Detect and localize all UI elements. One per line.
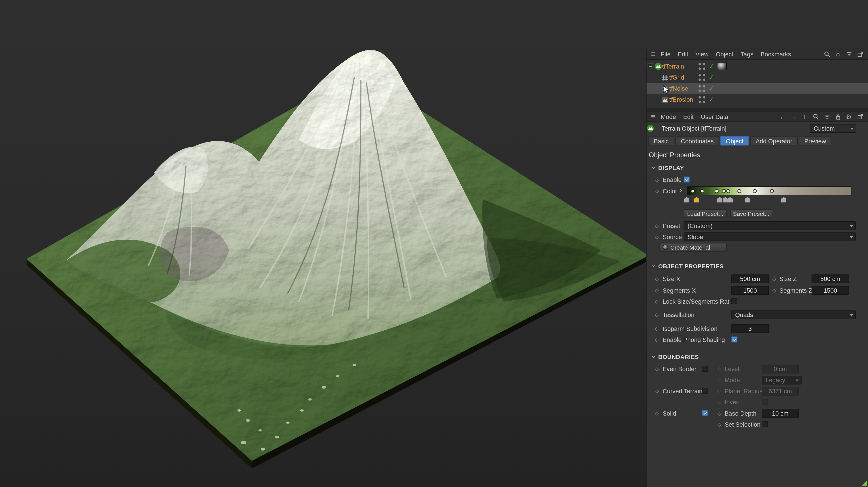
menu-tags[interactable]: Tags [737, 51, 757, 57]
gradient-tag[interactable] [694, 197, 699, 202]
gradient-tag[interactable] [717, 197, 722, 202]
create-material-button[interactable]: Create Material [659, 243, 727, 252]
enabled-check-icon[interactable]: ✓ [709, 72, 714, 83]
source-dropdown[interactable]: Slope [684, 232, 856, 241]
render-dots[interactable] [703, 85, 705, 92]
set-selection-checkbox[interactable] [762, 421, 768, 427]
menu-edit[interactable]: Edit [674, 51, 691, 57]
gradient-knot[interactable] [700, 189, 704, 193]
solid-checkbox[interactable] [702, 410, 708, 416]
load-preset-button[interactable]: Load Preset... [684, 209, 727, 218]
tree-row-tferosion[interactable]: tfErosion ✓ [647, 94, 868, 105]
hamburger-icon[interactable]: ≡ [649, 50, 657, 58]
gradient-tag[interactable] [684, 197, 689, 202]
size-x-field[interactable]: 500 cm [732, 274, 769, 283]
keyframe-diamond-icon[interactable]: ◇ [772, 274, 776, 283]
tree-row-tfterrain[interactable]: − tfTerrain ✓ [647, 61, 868, 72]
keyframe-diamond-icon[interactable]: ◇ [655, 409, 659, 418]
layout-preset-dropdown[interactable]: Custom [810, 124, 857, 133]
tab-object[interactable]: Object [720, 136, 749, 145]
popout-icon[interactable] [857, 51, 864, 58]
filter-icon[interactable] [823, 113, 830, 120]
tab-coordinates[interactable]: Coordinates [675, 136, 719, 145]
visibility-dots[interactable] [698, 85, 701, 92]
base-depth-field[interactable]: 10 cm [762, 409, 799, 418]
tree-row-tfgrid[interactable]: tfGrid ✓ [647, 72, 868, 83]
lock-ratio-checkbox[interactable] [732, 298, 737, 304]
home-icon[interactable]: ⌂ [834, 51, 841, 58]
material-tag-thumbnail[interactable] [717, 62, 727, 70]
tab-preview[interactable]: Preview [799, 136, 831, 145]
collapse-toggle-icon[interactable]: − [648, 64, 653, 69]
menu-view[interactable]: View [692, 51, 712, 57]
gradient-tag[interactable] [728, 197, 733, 202]
gradient-bar[interactable] [687, 187, 851, 195]
gradient-knot[interactable] [738, 189, 742, 193]
object-name[interactable]: tfErosion [669, 94, 693, 105]
search-icon[interactable] [812, 113, 819, 120]
tab-basic[interactable]: Basic [648, 136, 674, 145]
keyframe-diamond-icon[interactable]: ◇ [655, 221, 659, 230]
keyframe-diamond-icon[interactable]: ◇ [655, 324, 659, 333]
keyframe-diamond-icon[interactable]: ◇ [655, 387, 659, 395]
visibility-dots[interactable] [698, 96, 701, 103]
object-name[interactable]: tfNoise [669, 83, 688, 94]
menu-edit[interactable]: Edit [680, 113, 697, 120]
enabled-check-icon[interactable]: ✓ [709, 61, 714, 72]
menu-object[interactable]: Object [712, 51, 737, 57]
render-dots[interactable] [703, 63, 705, 70]
lock-icon[interactable] [834, 113, 841, 120]
popout-icon[interactable] [857, 113, 864, 120]
keyframe-diamond-icon[interactable]: ◇ [717, 420, 721, 429]
gradient-knot[interactable] [753, 189, 757, 193]
even-border-checkbox[interactable] [702, 366, 708, 372]
keyframe-diamond-icon[interactable]: ◇ [772, 286, 776, 295]
render-dots[interactable] [703, 74, 705, 81]
back-arrow-icon[interactable]: ← [779, 113, 786, 120]
render-dots[interactable] [703, 96, 705, 103]
object-name[interactable]: tfGrid [669, 72, 684, 83]
preset-dropdown[interactable]: (Custom) [684, 221, 856, 230]
keyframe-diamond-icon[interactable]: ◇ [717, 409, 721, 418]
menu-bookmarks[interactable]: Bookmarks [757, 51, 794, 57]
keyframe-diamond-icon[interactable]: ◇ [655, 286, 659, 295]
keyframe-diamond-icon[interactable]: ◇ [655, 335, 659, 344]
gradient-knot[interactable] [691, 189, 695, 193]
tab-add-operator[interactable]: Add Operator [750, 136, 798, 145]
gradient-knot[interactable] [715, 189, 719, 193]
enabled-check-icon[interactable]: ✓ [709, 83, 714, 94]
save-preset-button[interactable]: Save Preset... [730, 209, 772, 218]
display-section-header[interactable]: DISPLAY [647, 163, 868, 172]
phong-shading-checkbox[interactable] [732, 336, 737, 342]
chevron-right-icon[interactable] [678, 189, 682, 193]
keyframe-diamond-icon[interactable]: ◇ [655, 187, 659, 195]
keyframe-diamond-icon[interactable]: ◇ [655, 232, 659, 241]
menu-mode[interactable]: Mode [657, 113, 679, 120]
tessellation-dropdown[interactable]: Quads [732, 311, 856, 319]
filter-icon[interactable] [845, 51, 852, 58]
keyframe-diamond-icon[interactable]: ◇ [655, 175, 659, 184]
object-name[interactable]: tfTerrain [662, 61, 684, 72]
boundaries-section-header[interactable]: BOUNDARIES [647, 352, 868, 361]
isoparm-subdivision-field[interactable]: 3 [732, 324, 769, 333]
curved-terrain-checkbox[interactable] [702, 388, 708, 394]
keyframe-diamond-icon[interactable]: ◇ [655, 297, 659, 306]
visibility-dots[interactable] [698, 63, 701, 70]
keyframe-diamond-icon[interactable]: ◇ [655, 365, 659, 374]
tree-row-tfnoise[interactable]: tfNoise ✓ [647, 83, 868, 94]
keyframe-diamond-icon[interactable]: ◇ [655, 311, 659, 319]
gradient-tag[interactable] [723, 197, 728, 202]
gradient-tag[interactable] [745, 197, 750, 202]
gradient-knot[interactable] [722, 189, 726, 193]
gradient-tag[interactable] [781, 197, 786, 202]
enabled-check-icon[interactable]: ✓ [709, 94, 714, 105]
visibility-dots[interactable] [698, 74, 701, 81]
segments-x-field[interactable]: 1500 [732, 286, 769, 295]
keyframe-diamond-icon[interactable]: ◇ [655, 274, 659, 283]
gradient-knot[interactable] [770, 189, 774, 193]
hamburger-icon[interactable]: ≡ [649, 112, 657, 121]
menu-file[interactable]: File [657, 51, 674, 57]
gradient-knot[interactable] [726, 189, 730, 193]
segments-z-field[interactable]: 1500 [812, 286, 849, 295]
enable-checkbox[interactable] [684, 176, 690, 183]
